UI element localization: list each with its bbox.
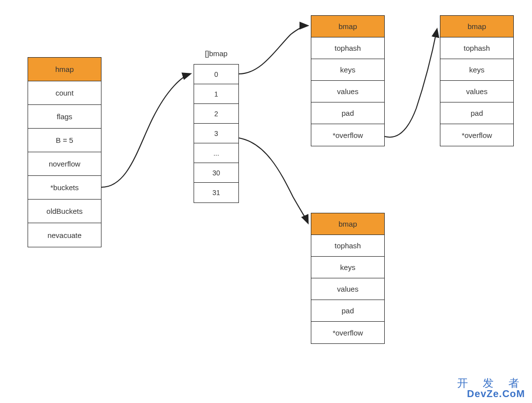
bmap-struct-1: bmap tophash keys values pad *overflow	[311, 15, 385, 146]
diagram-stage: { "colors": { "header_bg": "#f29a2e", "b…	[0, 0, 532, 403]
bmap-field: pad	[440, 102, 513, 124]
bmap-field: tophash	[440, 37, 513, 59]
bmap-struct-2: bmap tophash keys values pad *overflow	[440, 15, 514, 146]
bmap-field-overflow: *overflow	[440, 124, 513, 146]
hmap-field: B = 5	[28, 129, 101, 152]
bmap-array-cell: 0	[194, 65, 238, 84]
bmap-array-label: []bmap	[194, 49, 239, 58]
bmap-field: tophash	[311, 37, 384, 59]
hmap-title: hmap	[28, 58, 101, 81]
hmap-field: nevacuate	[28, 223, 101, 247]
arrow-buckets-to-array	[101, 74, 190, 187]
bmap-field: values	[440, 81, 513, 102]
bmap-field-overflow: *overflow	[311, 124, 384, 146]
bmap-field: keys	[311, 257, 384, 278]
bmap-title: bmap	[311, 213, 384, 235]
watermark-cn: 开 发 者	[457, 377, 525, 389]
arrow-index3-to-bmap3	[239, 138, 308, 223]
hmap-field: noverflow	[28, 152, 101, 176]
bmap-array-cell: 3	[194, 124, 238, 143]
bmap-array-cell: ...	[194, 143, 238, 163]
hmap-field: count	[28, 81, 101, 105]
arrow-index0-to-bmap1	[239, 26, 307, 74]
hmap-field-buckets: *buckets	[28, 176, 101, 200]
bmap-array-cell: 1	[194, 84, 238, 104]
bmap-array-cell: 30	[194, 163, 238, 183]
bmap-field: values	[311, 278, 384, 300]
bmap-field: keys	[440, 59, 513, 81]
hmap-field: flags	[28, 105, 101, 129]
bmap-field: keys	[311, 59, 384, 81]
bmap-struct-3: bmap tophash keys values pad *overflow	[311, 213, 385, 344]
hmap-field: oldBuckets	[28, 200, 101, 223]
watermark: 开 发 者 DevZe.CoM	[457, 377, 525, 399]
arrow-overflow-to-bmap2	[385, 30, 437, 137]
hmap-struct: hmap count flags B = 5 noverflow *bucket…	[28, 57, 101, 247]
bmap-array-cell: 2	[194, 104, 238, 124]
bmap-field-overflow: *overflow	[311, 322, 384, 343]
bmap-field: tophash	[311, 235, 384, 257]
bmap-field: values	[311, 81, 384, 102]
bmap-array-cell: 31	[194, 183, 238, 202]
bmap-field: pad	[311, 300, 384, 322]
bmap-field: pad	[311, 102, 384, 124]
bmap-title: bmap	[440, 16, 513, 37]
bmap-array: 0 1 2 3 ... 30 31	[194, 64, 239, 203]
watermark-en: DevZe.CoM	[457, 389, 525, 399]
bmap-title: bmap	[311, 16, 384, 37]
